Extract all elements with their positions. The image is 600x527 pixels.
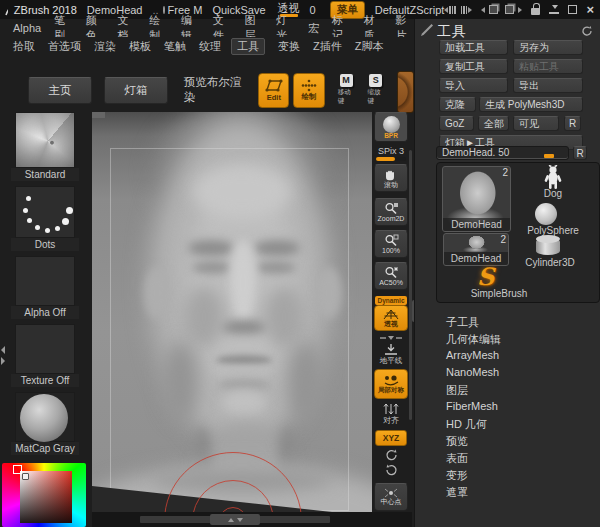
tablet-bars-icon[interactable] (444, 6, 472, 14)
actual-size-button[interactable]: 100% (374, 230, 408, 258)
document-canvas[interactable] (92, 112, 372, 512)
bpr-sphere-icon (383, 116, 400, 133)
color-picker[interactable] (2, 463, 86, 527)
rotate-xyz-button[interactable]: XYZ (375, 430, 407, 446)
paste-tool-button[interactable]: 粘贴工具 (513, 59, 583, 74)
preview-boolean-button[interactable]: 预览布尔渲染 (184, 75, 243, 105)
section-deformation[interactable]: 变形 (446, 468, 468, 483)
tool-item-dog[interactable] (533, 165, 573, 189)
bottom-tray-handle[interactable] (210, 514, 260, 525)
angle-mini-slider[interactable] (380, 334, 402, 341)
menu-alpha[interactable]: Alpha (13, 22, 41, 34)
menu-zplugin[interactable]: Z插件 (313, 39, 342, 54)
floor-label: 地平线 (380, 356, 403, 366)
restore-button[interactable] (568, 5, 577, 14)
menu-preferences[interactable]: 首选项 (48, 39, 81, 54)
left-shelf: Standard Dots Alpha Off Texture Off MatC… (0, 112, 92, 527)
section-hd-geometry[interactable]: HD 几何 (446, 417, 487, 432)
section-subtool[interactable]: 子工具 (446, 315, 479, 330)
zoom2d-button[interactable]: Zoom2D (374, 198, 408, 226)
frame-label: 对齐 (383, 415, 399, 426)
section-surface[interactable]: 表面 (446, 451, 468, 466)
section-fibermesh[interactable]: FiberMesh (446, 400, 498, 412)
menu-render[interactable]: 渲染 (94, 39, 116, 54)
section-geometry[interactable]: 几何体编辑 (446, 332, 501, 347)
right-shelf-scrollbar[interactable] (409, 150, 412, 420)
tool-item-cylinder3d[interactable] (536, 235, 560, 256)
lock-icon[interactable] (531, 8, 540, 15)
hand-icon (383, 168, 399, 181)
persp-button[interactable]: 透视 (374, 305, 408, 331)
menu-bar-row2: 拾取 首选项 渲染 模板 笔触 纹理 工具 变换 Z插件 Z脚本 (0, 37, 414, 55)
current-brush-thumbnail[interactable] (15, 112, 75, 168)
lightbox-button[interactable]: 灯箱 (104, 77, 168, 104)
frame-button[interactable]: 对齐 (382, 403, 400, 426)
bpr-button[interactable]: BPR (374, 112, 408, 142)
menu-transform[interactable]: 变换 (278, 39, 300, 54)
menu-stroke[interactable]: 笔触 (164, 39, 186, 54)
window-cycle-icon[interactable] (481, 5, 522, 14)
goz-visible-button[interactable]: 可见 (513, 116, 559, 131)
aahalf-button[interactable]: AC50% (374, 262, 408, 290)
color-picker-sv-selector[interactable] (22, 473, 29, 480)
aahalf-label: AC50% (379, 279, 403, 287)
import-button[interactable]: 导入 (439, 78, 508, 93)
close-button[interactable]: × (586, 5, 594, 15)
section-masking[interactable]: 遮罩 (446, 485, 468, 500)
goz-all-button[interactable]: 全部 (478, 116, 509, 131)
scroll-button[interactable]: 滚动 (374, 164, 408, 192)
current-stroke-thumbnail[interactable] (15, 186, 75, 238)
clone-button[interactable]: 克隆 (439, 97, 476, 112)
local-symmetry-button[interactable]: 局部对称 (374, 369, 408, 399)
goz-button[interactable]: GoZ (439, 116, 474, 131)
make-polymesh3d-button[interactable]: 生成 PolyMesh3D (479, 97, 583, 112)
restore-config-icon[interactable] (581, 25, 593, 37)
menu-zscript[interactable]: Z脚本 (355, 39, 384, 54)
goz-r-button[interactable]: R (564, 116, 581, 131)
move-button[interactable]: M 移动键 (338, 74, 355, 106)
center-point-icon (384, 488, 398, 498)
section-arraymesh[interactable]: ArrayMesh (446, 349, 499, 361)
section-nanomesh[interactable]: NanoMesh (446, 366, 499, 378)
scale-button[interactable]: S 缩放键 (367, 74, 384, 106)
floor-button[interactable]: 地平线 (380, 343, 403, 366)
zoom2d-label: Zoom2D (378, 215, 405, 223)
menu-texture[interactable]: 纹理 (199, 39, 221, 54)
edit-button[interactable]: Edit (258, 73, 289, 108)
menu-macro[interactable]: 宏 (308, 21, 319, 36)
color-picker-hue-selector[interactable] (13, 465, 22, 474)
stroke-selector-partial[interactable] (397, 71, 414, 113)
active-tool-slider[interactable]: DemoHead. 50 (436, 146, 569, 160)
menu-template[interactable]: 模板 (129, 39, 151, 54)
tool-item-demohead-active[interactable]: 2 DemoHead (442, 166, 511, 232)
section-preview[interactable]: 预览 (446, 434, 468, 449)
spix-label: SPix 3 (378, 146, 404, 156)
magnifier-icon (384, 202, 399, 215)
save-as-button[interactable]: 另存为 (513, 40, 583, 55)
scale-label: 缩放键 (367, 88, 384, 106)
pen-icon[interactable] (420, 23, 434, 37)
rotate-y-button[interactable] (384, 449, 399, 461)
tool-item-polysphere[interactable] (535, 203, 557, 225)
copy-tool-button[interactable]: 复制工具 (439, 59, 508, 74)
menu-picker[interactable]: 拾取 (13, 39, 35, 54)
slider-r-button[interactable]: R (573, 146, 587, 160)
current-alpha-thumbnail[interactable] (15, 256, 75, 306)
home-page-button[interactable]: 主页 (28, 77, 92, 104)
tool-item-demohead-2[interactable]: 2 DemoHead (443, 233, 509, 266)
spix-slider[interactable]: SPix 3 (376, 146, 406, 161)
center-point-button[interactable]: 中心点 (374, 483, 408, 511)
load-tool-button[interactable]: 加载工具 (439, 40, 508, 55)
menu-tool[interactable]: 工具 (231, 38, 265, 55)
minimize-button[interactable] (549, 5, 559, 14)
draw-button[interactable]: 绘制 (293, 73, 324, 108)
dynamic-persp-tag: Dynamic (375, 296, 407, 305)
perspective-grid-icon (382, 309, 400, 320)
current-material-thumbnail[interactable] (15, 392, 75, 442)
current-texture-thumbnail[interactable] (15, 324, 75, 374)
left-tray-divider[interactable] (1, 346, 5, 365)
rotate-z-button[interactable] (384, 464, 399, 476)
tool-item-simplebrush[interactable]: S (477, 262, 494, 291)
section-layers[interactable]: 图层 (446, 383, 468, 398)
export-button[interactable]: 导出 (513, 78, 583, 93)
